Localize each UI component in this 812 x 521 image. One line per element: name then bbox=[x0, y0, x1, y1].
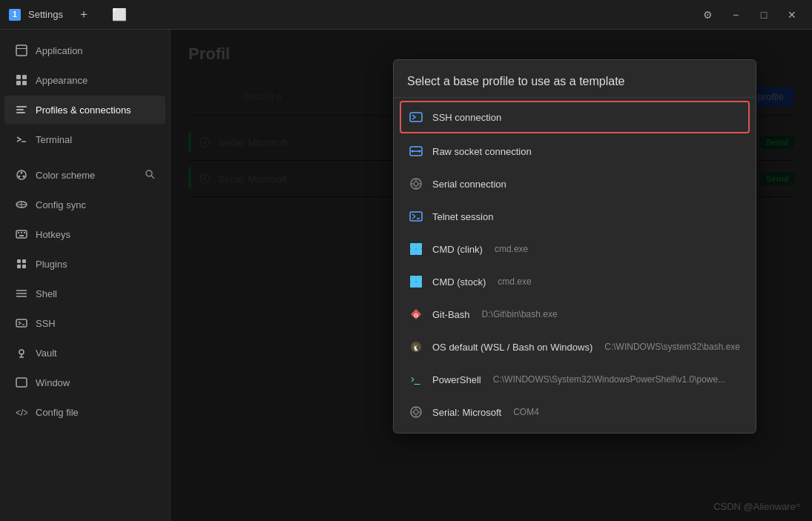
sidebar-item-appearance[interactable]: Appearance bbox=[4, 66, 165, 94]
svg-rect-59 bbox=[410, 249, 416, 255]
appearance-icon bbox=[15, 73, 28, 87]
dropdown-item-raw[interactable]: Raw socket connection bbox=[394, 135, 756, 167]
plus-icon: ＋ bbox=[78, 7, 90, 22]
sidebar-label-appearance: Appearance bbox=[36, 75, 88, 86]
sidebar-label-profiles: Profiles & connections bbox=[36, 104, 131, 116]
profile-template-dropdown: Select a base profile to use as a templa… bbox=[393, 59, 756, 434]
powershell-icon: ›_ bbox=[409, 372, 423, 387]
svg-rect-7 bbox=[16, 109, 24, 110]
shell-icon bbox=[15, 287, 28, 300]
serial-label: Serial connection bbox=[432, 179, 506, 190]
sidebar-item-plugins[interactable]: Plugins bbox=[4, 250, 165, 278]
svg-rect-5 bbox=[22, 81, 27, 85]
cmd-clink-icon bbox=[409, 242, 423, 256]
dropdown-item-gitbash[interactable]: G Git-Bash D:\Git\bin\bash.exe bbox=[394, 298, 756, 331]
dropdown-item-cmd-clink[interactable]: CMD (clink) cmd.exe bbox=[394, 233, 756, 265]
cmd-stock-sub: cmd.exe bbox=[498, 276, 531, 287]
ssh-icon bbox=[15, 316, 28, 330]
content-area: Profil PROFILES Default p ▾ profile Seri… bbox=[171, 30, 812, 521]
settings-btn[interactable]: ⚙ bbox=[696, 4, 719, 26]
wsl-sub: C:\WINDOWS\system32\bash.exe bbox=[604, 342, 740, 352]
sidebar-label-configsync: Config sync bbox=[36, 199, 86, 210]
cmd-stock-icon bbox=[409, 274, 423, 289]
serial-ms-sub: COM4 bbox=[513, 407, 539, 417]
tab-switcher-btn[interactable]: ⬜ bbox=[105, 4, 134, 24]
svg-rect-8 bbox=[16, 112, 25, 113]
svg-rect-61 bbox=[410, 276, 416, 282]
dropdown-item-serial-ms[interactable]: Serial: Microsoft COM4 bbox=[394, 396, 756, 428]
sidebar-item-ssh[interactable]: SSH bbox=[4, 309, 165, 337]
svg-rect-26 bbox=[17, 265, 21, 268]
app-icon: 1 bbox=[9, 9, 21, 21]
serial-ms-icon bbox=[409, 405, 423, 419]
svg-point-13 bbox=[19, 176, 21, 178]
dropdown-item-telnet[interactable]: Telnet session bbox=[394, 200, 756, 233]
titlebar-left: 1 Settings ＋ ⬜ bbox=[9, 4, 134, 25]
cmd-clink-sub: cmd.exe bbox=[495, 244, 528, 254]
terminal-icon bbox=[15, 133, 28, 146]
serial-ms-label: Serial: Microsoft bbox=[432, 407, 501, 418]
svg-rect-36 bbox=[16, 378, 27, 387]
profiles-icon bbox=[15, 103, 28, 116]
search-btn[interactable] bbox=[145, 169, 155, 182]
ssh-label: SSH connection bbox=[432, 112, 501, 123]
svg-rect-27 bbox=[22, 265, 26, 268]
svg-text:🐧: 🐧 bbox=[412, 342, 421, 352]
gitbash-label: Git-Bash bbox=[432, 309, 470, 320]
svg-rect-25 bbox=[22, 259, 26, 263]
gitbash-sub: D:\Git\bin\bash.exe bbox=[482, 309, 558, 319]
svg-rect-3 bbox=[22, 75, 27, 79]
window-title: Settings bbox=[28, 9, 63, 20]
close-btn[interactable]: ✕ bbox=[781, 4, 803, 26]
dropdown-header: Select a base profile to use as a templa… bbox=[394, 64, 756, 98]
sidebar-item-shell[interactable]: Shell bbox=[4, 279, 165, 308]
sidebar-item-terminal[interactable]: Terminal bbox=[4, 125, 165, 153]
raw-label: Raw socket connection bbox=[432, 146, 532, 157]
sidebar-item-configsync[interactable]: Config sync bbox=[4, 190, 165, 219]
dropdown-item-cmd-stock[interactable]: CMD (stock) cmd.exe bbox=[394, 265, 756, 298]
svg-rect-4 bbox=[16, 81, 21, 85]
wsl-icon: 🐧 bbox=[409, 339, 423, 354]
sidebar: Application Appearance Profiles & connec… bbox=[0, 30, 171, 521]
svg-rect-58 bbox=[416, 243, 422, 249]
wsl-label: OS default (WSL / Bash on Windows) bbox=[432, 342, 593, 353]
sidebar-item-configfile[interactable]: </> Config file bbox=[4, 398, 165, 426]
svg-rect-64 bbox=[416, 282, 422, 288]
dropdown-item-serial[interactable]: Serial connection bbox=[394, 167, 756, 200]
configsync-icon bbox=[15, 198, 28, 211]
svg-rect-57 bbox=[410, 243, 416, 249]
svg-text:›_: ›_ bbox=[411, 373, 420, 385]
sidebar-item-vault[interactable]: Vault bbox=[4, 339, 165, 367]
svg-point-48 bbox=[414, 182, 418, 186]
cmd-stock-label: CMD (stock) bbox=[432, 276, 486, 288]
application-icon bbox=[15, 44, 28, 57]
svg-line-15 bbox=[151, 176, 154, 179]
svg-rect-60 bbox=[416, 249, 422, 255]
sidebar-item-profiles[interactable]: Profiles & connections bbox=[4, 96, 165, 124]
sidebar-item-window[interactable]: Window bbox=[4, 368, 165, 396]
sidebar-label-vault: Vault bbox=[36, 348, 57, 359]
new-tab-btn[interactable]: ＋ bbox=[70, 4, 97, 25]
sidebar-item-application[interactable]: Application bbox=[4, 36, 165, 64]
svg-point-14 bbox=[146, 170, 152, 176]
svg-line-54 bbox=[412, 214, 415, 216]
sidebar-item-colorscheme[interactable]: Color scheme bbox=[4, 161, 165, 189]
sidebar-item-hotkeys[interactable]: Hotkeys bbox=[4, 220, 165, 248]
configfile-icon: </> bbox=[15, 405, 28, 419]
vault-icon bbox=[15, 346, 28, 359]
svg-rect-63 bbox=[410, 282, 416, 288]
maximize-btn[interactable]: □ bbox=[753, 4, 775, 26]
dropdown-item-powershell[interactable]: ›_ PowerShell C:\WINDOWS\System32\Window… bbox=[394, 363, 756, 396]
dropdown-item-ssh[interactable]: SSH connection bbox=[400, 101, 750, 133]
minimize-btn[interactable]: − bbox=[724, 4, 747, 26]
dropdown-item-wsl[interactable]: 🐧 OS default (WSL / Bash on Windows) C:\… bbox=[394, 331, 756, 363]
titlebar: 1 Settings ＋ ⬜ ⚙ − □ ✕ bbox=[0, 0, 812, 30]
svg-rect-22 bbox=[24, 232, 25, 233]
svg-rect-2 bbox=[16, 75, 21, 79]
svg-point-71 bbox=[414, 410, 418, 414]
sidebar-label-plugins: Plugins bbox=[36, 259, 67, 270]
svg-rect-1 bbox=[16, 48, 27, 49]
sidebar-label-configfile: Config file bbox=[36, 407, 79, 418]
cmd-clink-label: CMD (clink) bbox=[432, 244, 483, 255]
svg-rect-21 bbox=[21, 232, 22, 233]
